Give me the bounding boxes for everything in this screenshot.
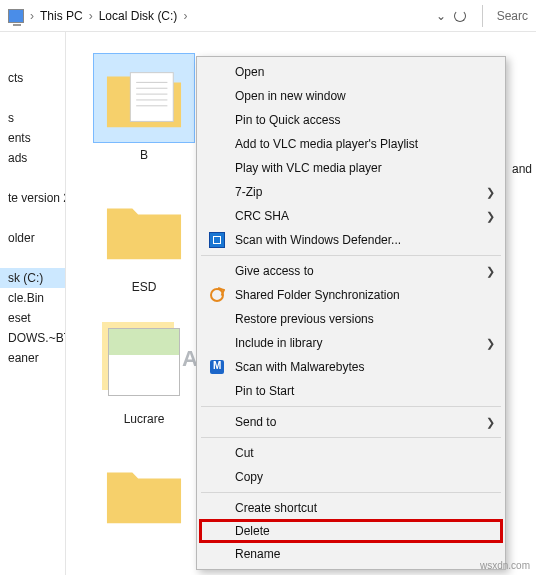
menu-pin-start[interactable]: Pin to Start [199, 379, 503, 403]
menu-shared-sync[interactable]: Shared Folder Synchronization [199, 283, 503, 307]
context-menu: Open Open in new window Pin to Quick acc… [196, 56, 506, 570]
menu-delete[interactable]: Delete [199, 519, 503, 543]
tree-item[interactable]: cts [0, 68, 65, 88]
separator [201, 492, 501, 493]
menu-windows-defender[interactable]: Scan with Windows Defender... [199, 228, 503, 252]
tree-item[interactable]: DOWS.~BT [0, 328, 65, 348]
menu-7zip[interactable]: 7-Zip ❯ [199, 180, 503, 204]
separator [201, 437, 501, 438]
chevron-right-icon[interactable]: › [89, 9, 93, 23]
menu-include-library[interactable]: Include in library ❯ [199, 331, 503, 355]
chevron-right-icon[interactable]: › [30, 9, 34, 23]
refresh-icon[interactable] [454, 10, 466, 22]
chevron-right-icon: ❯ [486, 210, 495, 223]
address-dropdown-icon[interactable]: ⌄ [436, 9, 446, 23]
separator [201, 255, 501, 256]
navigation-tree: cts s ents ads te version 2 older sk (C:… [0, 32, 66, 575]
tree-item[interactable]: cle.Bin [0, 288, 65, 308]
tree-item[interactable]: s [0, 108, 65, 128]
sync-icon [210, 288, 224, 302]
chevron-right-icon: ❯ [486, 265, 495, 278]
folder-label: ESD [90, 280, 198, 294]
folder-icon [105, 64, 183, 132]
menu-create-shortcut[interactable]: Create shortcut [199, 496, 503, 520]
partial-label: and [512, 162, 532, 176]
folder-icon [105, 460, 183, 528]
folder-label: B [90, 148, 198, 162]
separator [201, 406, 501, 407]
menu-crc-sha[interactable]: CRC SHA ❯ [199, 204, 503, 228]
folder-label: Lucrare [90, 412, 198, 426]
menu-cut[interactable]: Cut [199, 441, 503, 465]
tree-item-local-disk-c[interactable]: sk (C:) [0, 268, 65, 288]
folder-icon [105, 196, 183, 264]
chevron-right-icon: ❯ [486, 337, 495, 350]
menu-copy[interactable]: Copy [199, 465, 503, 489]
folder-b[interactable]: B [90, 54, 198, 162]
search-input[interactable]: Searc [497, 9, 528, 23]
menu-rename[interactable]: Rename [199, 542, 503, 566]
tree-item[interactable]: eset [0, 308, 65, 328]
menu-open[interactable]: Open [199, 60, 503, 84]
menu-send-to[interactable]: Send to ❯ [199, 410, 503, 434]
folder-esd[interactable]: ESD [90, 186, 198, 294]
folder-lucrare[interactable]: Lucrare [90, 318, 198, 426]
menu-give-access[interactable]: Give access to ❯ [199, 259, 503, 283]
thumbnail-icon [108, 328, 180, 396]
tree-item[interactable]: ads [0, 148, 65, 168]
shield-icon [209, 232, 225, 248]
chevron-right-icon: ❯ [486, 416, 495, 429]
menu-pin-quick-access[interactable]: Pin to Quick access [199, 108, 503, 132]
credit-text: wsxdn.com [480, 560, 530, 571]
tree-item[interactable]: eaner [0, 348, 65, 368]
menu-restore-versions[interactable]: Restore previous versions [199, 307, 503, 331]
address-bar: › This PC › Local Disk (C:) › ⌄ Searc [0, 0, 536, 32]
menu-vlc-play[interactable]: Play with VLC media player [199, 156, 503, 180]
tree-item[interactable]: ents [0, 128, 65, 148]
svg-rect-0 [130, 73, 173, 122]
tree-item[interactable]: te version 2 [0, 188, 65, 208]
menu-malwarebytes[interactable]: Scan with Malwarebytes [199, 355, 503, 379]
tree-item[interactable]: older [0, 228, 65, 248]
chevron-right-icon: ❯ [486, 186, 495, 199]
menu-vlc-playlist[interactable]: Add to VLC media player's Playlist [199, 132, 503, 156]
breadcrumb-drive[interactable]: Local Disk (C:) [99, 9, 178, 23]
malwarebytes-icon [210, 360, 224, 374]
chevron-right-icon[interactable]: › [183, 9, 187, 23]
folder-item[interactable] [90, 450, 198, 544]
breadcrumb-this-pc[interactable]: This PC [40, 9, 83, 23]
pc-icon [8, 9, 24, 23]
menu-open-new-window[interactable]: Open in new window [199, 84, 503, 108]
